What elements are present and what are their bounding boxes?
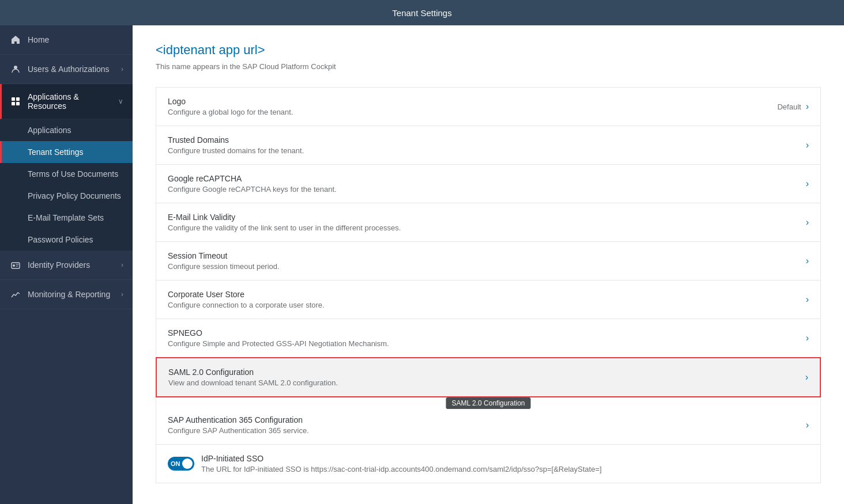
sidebar-item-users-auth[interactable]: Users & Authorizations ›	[0, 55, 133, 84]
google-recaptcha-right: ›	[806, 179, 809, 189]
spnego-desc: Configure Simple and Protected GSS-API N…	[168, 339, 806, 348]
sidebar-monitoring-label: Monitoring & Reporting	[28, 290, 121, 299]
sidebar: Home Users & Authorizations ›	[0, 25, 133, 504]
subitem-tenant-settings-label: Tenant Settings	[28, 147, 84, 157]
settings-row-corporate-user-store[interactable]: Corporate User Store Configure connectio…	[156, 281, 820, 319]
email-link-validity-right: ›	[806, 217, 809, 228]
top-header: Tenant Settings	[0, 0, 844, 25]
settings-row-logo-desc: Configure a global logo for the tenant.	[168, 108, 777, 116]
sidebar-subitem-applications[interactable]: Applications	[0, 119, 133, 141]
settings-row-logo[interactable]: Logo Configure a global logo for the ten…	[156, 88, 820, 126]
session-timeout-desc: Configure session timeout period.	[168, 262, 806, 271]
page-title: <idptenant app url>	[156, 43, 821, 58]
settings-list: Logo Configure a global logo for the ten…	[156, 87, 821, 483]
sap-auth-365-content: SAP Authentication 365 Configuration Con…	[168, 415, 806, 435]
content-area: <idptenant app url> This name appears in…	[133, 25, 844, 504]
logo-chevron-icon: ›	[806, 101, 809, 112]
email-link-validity-content: E-Mail Link Validity Configure the valid…	[168, 213, 806, 232]
page-subtitle: This name appears in the SAP Cloud Platf…	[156, 62, 821, 71]
saml-config-title: SAML 2.0 Configuration	[168, 367, 805, 377]
spnego-title: SPNEGO	[168, 328, 806, 338]
settings-row-logo-title: Logo	[168, 97, 777, 106]
session-timeout-right: ›	[806, 256, 809, 266]
settings-row-spnego[interactable]: SPNEGO Configure Simple and Protected GS…	[156, 319, 820, 358]
idp-sso-desc: The URL for IdP-initiated SSO is https:/…	[201, 465, 809, 473]
identity-icon	[9, 259, 22, 271]
corporate-user-store-chevron-icon: ›	[806, 294, 809, 305]
email-link-validity-desc: Configure the validity of the link sent …	[168, 223, 806, 232]
header-title: Tenant Settings	[392, 8, 451, 18]
sidebar-subitem-password-policies[interactable]: Password Policies	[0, 229, 133, 251]
settings-row-saml-config[interactable]: SAML 2.0 Configuration View and download…	[156, 357, 821, 397]
sidebar-identity-providers-label: Identity Providers	[28, 260, 121, 270]
svg-point-0	[14, 66, 17, 69]
trusted-domains-title: Trusted Domains	[168, 135, 806, 145]
idp-sso-toggle-container: ON	[168, 457, 194, 471]
subitem-privacy-docs-label: Privacy Policy Documents	[28, 191, 121, 200]
chevron-down-icon: ∨	[118, 97, 123, 105]
idp-sso-toggle[interactable]: ON	[168, 457, 194, 471]
chevron-right2-icon: ›	[121, 261, 123, 269]
settings-row-logo-content: Logo Configure a global logo for the ten…	[168, 97, 777, 116]
settings-row-session-timeout[interactable]: Session Timeout Configure session timeou…	[156, 242, 820, 281]
corporate-user-store-right: ›	[806, 294, 809, 305]
google-recaptcha-title: Google reCAPTCHA	[168, 174, 806, 183]
corporate-user-store-title: Corporate User Store	[168, 290, 806, 299]
trusted-domains-desc: Configure trusted domains for the tenant…	[168, 146, 806, 155]
svg-rect-1	[12, 97, 15, 101]
session-timeout-title: Session Timeout	[168, 251, 806, 260]
subitem-password-policies-label: Password Policies	[28, 235, 93, 244]
sidebar-item-apps-resources[interactable]: Applications & Resources ∨	[0, 84, 133, 119]
home-icon	[9, 33, 22, 46]
google-recaptcha-desc: Configure Google reCAPTCHA keys for the …	[168, 185, 806, 194]
settings-row-trusted-domains[interactable]: Trusted Domains Configure trusted domain…	[156, 126, 820, 165]
trusted-domains-right: ›	[806, 140, 809, 150]
email-link-validity-chevron-icon: ›	[806, 217, 809, 228]
sidebar-users-auth-label: Users & Authorizations	[28, 65, 121, 74]
svg-point-6	[13, 264, 15, 267]
chevron-right3-icon: ›	[121, 290, 123, 298]
settings-row-sap-auth-365[interactable]: SAP Authentication 365 Configuration Con…	[156, 406, 820, 445]
sap-auth-365-chevron-icon: ›	[806, 420, 809, 430]
email-link-validity-title: E-Mail Link Validity	[168, 213, 806, 222]
sidebar-item-identity-providers[interactable]: Identity Providers ›	[0, 251, 133, 280]
subitem-email-template-label: E-Mail Template Sets	[28, 213, 104, 222]
saml-tooltip: SAML 2.0 Configuration	[446, 397, 531, 409]
saml-config-chevron-icon: ›	[805, 372, 808, 382]
sap-auth-365-title: SAP Authentication 365 Configuration	[168, 415, 806, 425]
trusted-domains-content: Trusted Domains Configure trusted domain…	[168, 135, 806, 155]
sidebar-subitem-tenant-settings[interactable]: Tenant Settings	[0, 141, 133, 163]
main-layout: Home Users & Authorizations ›	[0, 25, 844, 504]
corporate-user-store-desc: Configure connection to a corporate user…	[168, 301, 806, 309]
settings-row-google-recaptcha[interactable]: Google reCAPTCHA Configure Google reCAPT…	[156, 165, 820, 203]
idp-sso-title: IdP-Initiated SSO	[201, 454, 809, 463]
spnego-right: ›	[806, 333, 809, 343]
toggle-knob	[182, 458, 193, 469]
svg-rect-2	[16, 97, 20, 101]
sidebar-item-monitoring[interactable]: Monitoring & Reporting ›	[0, 280, 133, 309]
sidebar-apps-resources-label: Applications & Resources	[28, 92, 118, 111]
sidebar-item-home[interactable]: Home	[0, 25, 133, 55]
saml-config-desc: View and download tenant SAML 2.0 config…	[168, 378, 805, 387]
google-recaptcha-chevron-icon: ›	[806, 179, 809, 189]
users-icon	[9, 63, 22, 75]
apps-icon	[9, 95, 22, 108]
sidebar-subitem-email-template[interactable]: E-Mail Template Sets	[0, 207, 133, 229]
trusted-domains-chevron-icon: ›	[806, 140, 809, 150]
sap-auth-365-desc: Configure SAP Authentication 365 service…	[168, 426, 806, 435]
saml-config-right: ›	[805, 372, 808, 382]
idp-sso-content: IdP-Initiated SSO The URL for IdP-initia…	[201, 454, 809, 473]
session-timeout-content: Session Timeout Configure session timeou…	[168, 251, 806, 271]
spnego-chevron-icon: ›	[806, 333, 809, 343]
corporate-user-store-content: Corporate User Store Configure connectio…	[168, 290, 806, 309]
settings-row-email-link-validity[interactable]: E-Mail Link Validity Configure the valid…	[156, 203, 820, 242]
sidebar-subitem-privacy-docs[interactable]: Privacy Policy Documents	[0, 185, 133, 207]
svg-rect-3	[12, 102, 15, 105]
sidebar-subitem-terms-docs[interactable]: Terms of Use Documents	[0, 163, 133, 185]
subitem-terms-docs-label: Terms of Use Documents	[28, 169, 118, 179]
settings-row-idp-initiated-sso[interactable]: ON IdP-Initiated SSO The URL for IdP-ini…	[156, 445, 820, 483]
chevron-right-icon: ›	[121, 65, 123, 73]
sap-auth-365-right: ›	[806, 420, 809, 430]
spnego-content: SPNEGO Configure Simple and Protected GS…	[168, 328, 806, 348]
session-timeout-chevron-icon: ›	[806, 256, 809, 266]
